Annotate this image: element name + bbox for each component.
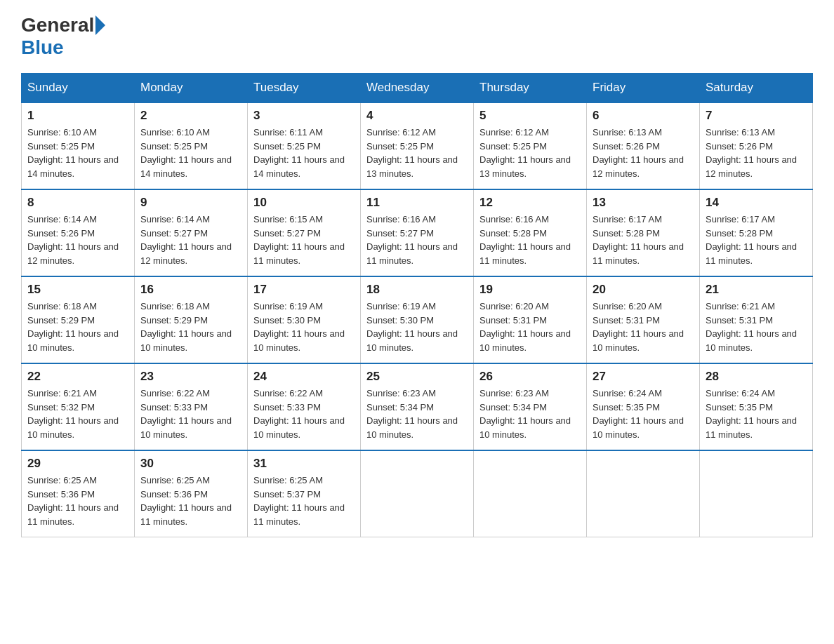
day-number: 4 (366, 109, 468, 123)
day-number: 29 (27, 457, 128, 471)
day-number: 9 (140, 196, 241, 210)
day-info: Sunrise: 6:24 AM Sunset: 5:35 PM Dayligh… (706, 387, 807, 441)
weekday-header-row: SundayMondayTuesdayWednesdayThursdayFrid… (22, 74, 813, 103)
calendar-cell: 5 Sunrise: 6:12 AM Sunset: 5:25 PM Dayli… (474, 102, 587, 189)
calendar-cell (474, 450, 587, 537)
day-info: Sunrise: 6:13 AM Sunset: 5:26 PM Dayligh… (706, 126, 807, 180)
day-info: Sunrise: 6:16 AM Sunset: 5:28 PM Dayligh… (479, 213, 581, 267)
day-info: Sunrise: 6:19 AM Sunset: 5:30 PM Dayligh… (253, 300, 355, 354)
day-info: Sunrise: 6:23 AM Sunset: 5:34 PM Dayligh… (366, 387, 468, 441)
day-number: 21 (706, 283, 807, 297)
calendar-cell: 1 Sunrise: 6:10 AM Sunset: 5:25 PM Dayli… (22, 102, 135, 189)
day-number: 7 (706, 109, 807, 123)
calendar-cell: 6 Sunrise: 6:13 AM Sunset: 5:26 PM Dayli… (587, 102, 700, 189)
calendar-week-3: 15 Sunrise: 6:18 AM Sunset: 5:29 PM Dayl… (22, 276, 813, 363)
day-info: Sunrise: 6:20 AM Sunset: 5:31 PM Dayligh… (479, 300, 581, 354)
calendar-week-5: 29 Sunrise: 6:25 AM Sunset: 5:36 PM Dayl… (22, 450, 813, 537)
day-number: 15 (27, 283, 128, 297)
calendar-cell: 12 Sunrise: 6:16 AM Sunset: 5:28 PM Dayl… (474, 189, 587, 276)
day-number: 12 (479, 196, 581, 210)
calendar-cell: 31 Sunrise: 6:25 AM Sunset: 5:37 PM Dayl… (248, 450, 361, 537)
day-number: 16 (140, 283, 241, 297)
calendar-cell: 26 Sunrise: 6:23 AM Sunset: 5:34 PM Dayl… (474, 363, 587, 450)
day-number: 1 (27, 109, 128, 123)
day-info: Sunrise: 6:14 AM Sunset: 5:27 PM Dayligh… (140, 213, 241, 267)
day-info: Sunrise: 6:17 AM Sunset: 5:28 PM Dayligh… (706, 213, 807, 267)
calendar-cell: 30 Sunrise: 6:25 AM Sunset: 5:36 PM Dayl… (135, 450, 248, 537)
day-number: 14 (706, 196, 807, 210)
day-number: 19 (479, 283, 581, 297)
calendar-cell: 17 Sunrise: 6:19 AM Sunset: 5:30 PM Dayl… (248, 276, 361, 363)
day-info: Sunrise: 6:20 AM Sunset: 5:31 PM Dayligh… (593, 300, 694, 354)
calendar-cell: 27 Sunrise: 6:24 AM Sunset: 5:35 PM Dayl… (587, 363, 700, 450)
day-number: 13 (593, 196, 694, 210)
calendar-cell: 29 Sunrise: 6:25 AM Sunset: 5:36 PM Dayl… (22, 450, 135, 537)
calendar-cell: 20 Sunrise: 6:20 AM Sunset: 5:31 PM Dayl… (587, 276, 700, 363)
day-info: Sunrise: 6:21 AM Sunset: 5:32 PM Dayligh… (27, 387, 128, 441)
day-number: 26 (479, 370, 581, 384)
calendar-cell: 21 Sunrise: 6:21 AM Sunset: 5:31 PM Dayl… (700, 276, 813, 363)
weekday-header-sunday: Sunday (22, 74, 135, 103)
calendar-week-1: 1 Sunrise: 6:10 AM Sunset: 5:25 PM Dayli… (22, 102, 813, 189)
calendar-cell: 7 Sunrise: 6:13 AM Sunset: 5:26 PM Dayli… (700, 102, 813, 189)
logo-blue-text: Blue (21, 36, 64, 59)
day-info: Sunrise: 6:13 AM Sunset: 5:26 PM Dayligh… (593, 126, 694, 180)
day-number: 17 (253, 283, 355, 297)
day-number: 11 (366, 196, 468, 210)
calendar-cell: 24 Sunrise: 6:22 AM Sunset: 5:33 PM Dayl… (248, 363, 361, 450)
calendar-cell: 25 Sunrise: 6:23 AM Sunset: 5:34 PM Dayl… (361, 363, 474, 450)
day-number: 18 (366, 283, 468, 297)
calendar-cell: 3 Sunrise: 6:11 AM Sunset: 5:25 PM Dayli… (248, 102, 361, 189)
calendar-cell: 22 Sunrise: 6:21 AM Sunset: 5:32 PM Dayl… (22, 363, 135, 450)
day-number: 23 (140, 370, 241, 384)
day-number: 5 (479, 109, 581, 123)
calendar-cell: 8 Sunrise: 6:14 AM Sunset: 5:26 PM Dayli… (22, 189, 135, 276)
weekday-header-saturday: Saturday (700, 74, 813, 103)
day-info: Sunrise: 6:14 AM Sunset: 5:26 PM Dayligh… (27, 213, 128, 267)
day-number: 6 (593, 109, 694, 123)
day-number: 3 (253, 109, 355, 123)
calendar-cell (700, 450, 813, 537)
calendar-cell: 4 Sunrise: 6:12 AM Sunset: 5:25 PM Dayli… (361, 102, 474, 189)
day-number: 22 (27, 370, 128, 384)
day-info: Sunrise: 6:17 AM Sunset: 5:28 PM Dayligh… (593, 213, 694, 267)
weekday-header-monday: Monday (135, 74, 248, 103)
day-info: Sunrise: 6:10 AM Sunset: 5:25 PM Dayligh… (140, 126, 241, 180)
day-info: Sunrise: 6:18 AM Sunset: 5:29 PM Dayligh… (27, 300, 128, 354)
calendar-cell (587, 450, 700, 537)
day-info: Sunrise: 6:25 AM Sunset: 5:37 PM Dayligh… (253, 474, 355, 528)
day-number: 31 (253, 457, 355, 471)
day-info: Sunrise: 6:25 AM Sunset: 5:36 PM Dayligh… (27, 474, 128, 528)
day-info: Sunrise: 6:22 AM Sunset: 5:33 PM Dayligh… (253, 387, 355, 441)
weekday-header-friday: Friday (587, 74, 700, 103)
page-header: General Blue (21, 14, 813, 59)
day-number: 30 (140, 457, 241, 471)
day-info: Sunrise: 6:24 AM Sunset: 5:35 PM Dayligh… (593, 387, 694, 441)
day-info: Sunrise: 6:15 AM Sunset: 5:27 PM Dayligh… (253, 213, 355, 267)
day-number: 24 (253, 370, 355, 384)
day-number: 8 (27, 196, 128, 210)
logo-general-text: General (21, 14, 94, 36)
day-number: 28 (706, 370, 807, 384)
calendar-week-4: 22 Sunrise: 6:21 AM Sunset: 5:32 PM Dayl… (22, 363, 813, 450)
day-info: Sunrise: 6:10 AM Sunset: 5:25 PM Dayligh… (27, 126, 128, 180)
day-info: Sunrise: 6:12 AM Sunset: 5:25 PM Dayligh… (366, 126, 468, 180)
logo-triangle-icon (95, 15, 105, 35)
day-info: Sunrise: 6:22 AM Sunset: 5:33 PM Dayligh… (140, 387, 241, 441)
day-info: Sunrise: 6:12 AM Sunset: 5:25 PM Dayligh… (479, 126, 581, 180)
day-number: 2 (140, 109, 241, 123)
calendar-table: SundayMondayTuesdayWednesdayThursdayFrid… (21, 73, 813, 537)
logo: General Blue (21, 14, 107, 59)
calendar-cell: 13 Sunrise: 6:17 AM Sunset: 5:28 PM Dayl… (587, 189, 700, 276)
day-info: Sunrise: 6:18 AM Sunset: 5:29 PM Dayligh… (140, 300, 241, 354)
day-info: Sunrise: 6:19 AM Sunset: 5:30 PM Dayligh… (366, 300, 468, 354)
day-number: 20 (593, 283, 694, 297)
day-info: Sunrise: 6:16 AM Sunset: 5:27 PM Dayligh… (366, 213, 468, 267)
calendar-cell: 23 Sunrise: 6:22 AM Sunset: 5:33 PM Dayl… (135, 363, 248, 450)
calendar-cell: 28 Sunrise: 6:24 AM Sunset: 5:35 PM Dayl… (700, 363, 813, 450)
day-info: Sunrise: 6:23 AM Sunset: 5:34 PM Dayligh… (479, 387, 581, 441)
calendar-cell: 16 Sunrise: 6:18 AM Sunset: 5:29 PM Dayl… (135, 276, 248, 363)
calendar-cell: 9 Sunrise: 6:14 AM Sunset: 5:27 PM Dayli… (135, 189, 248, 276)
calendar-cell: 14 Sunrise: 6:17 AM Sunset: 5:28 PM Dayl… (700, 189, 813, 276)
calendar-cell: 15 Sunrise: 6:18 AM Sunset: 5:29 PM Dayl… (22, 276, 135, 363)
